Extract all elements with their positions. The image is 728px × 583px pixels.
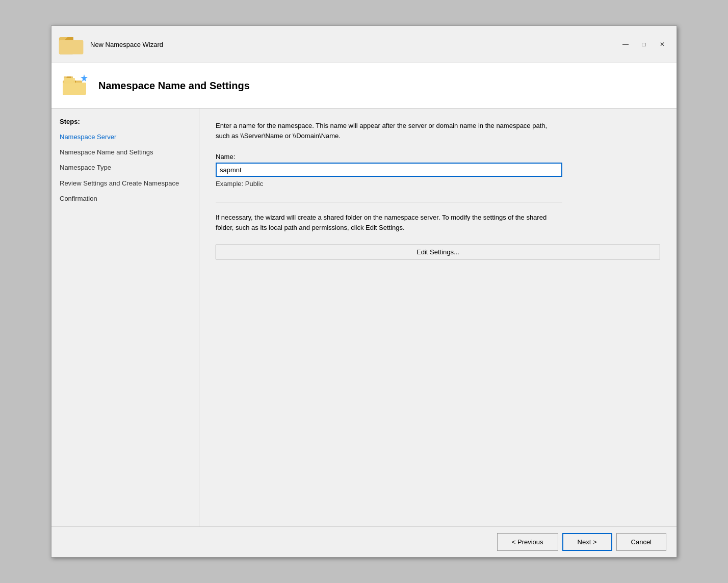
svg-rect-8	[64, 78, 75, 84]
example-text: Example: Public	[216, 180, 562, 188]
window-title: New Namespace Wizard	[90, 41, 163, 48]
sidebar-item-namespace-server[interactable]: Namespace Server	[51, 129, 199, 145]
steps-label: Steps:	[51, 115, 199, 129]
description-text: Enter a name for the namespace. This nam…	[216, 121, 562, 141]
edit-settings-button[interactable]: Edit Settings...	[216, 245, 660, 259]
previous-button[interactable]: < Previous	[497, 533, 558, 551]
cancel-button[interactable]: Cancel	[616, 533, 666, 551]
footer: < Previous Next > Cancel	[51, 526, 677, 557]
info-text: If necessary, the wizard will create a s…	[216, 213, 562, 232]
divider	[216, 202, 562, 202]
minimize-button[interactable]: —	[617, 39, 634, 50]
name-form-group: Name: Example: Public	[216, 153, 562, 188]
sidebar: Steps: Namespace Server Namespace Name a…	[51, 109, 199, 526]
name-input[interactable]	[216, 163, 562, 177]
maximize-button[interactable]: □	[636, 39, 652, 50]
sidebar-item-namespace-name[interactable]: Namespace Name and Settings	[51, 145, 199, 160]
title-bar-left: New Namespace Wizard	[58, 30, 163, 59]
header-section: Namespace Name and Settings	[51, 63, 677, 109]
title-bar: New Namespace Wizard — □ ✕	[51, 26, 677, 63]
sidebar-item-namespace-type[interactable]: Namespace Type	[51, 160, 199, 175]
content-area: Steps: Namespace Server Namespace Name a…	[51, 109, 677, 526]
main-content: Enter a name for the namespace. This nam…	[199, 109, 677, 526]
wizard-window: New Namespace Wizard — □ ✕ Nam	[51, 25, 677, 558]
close-button[interactable]: ✕	[654, 39, 670, 50]
svg-rect-4	[63, 83, 86, 95]
name-label: Name:	[216, 153, 562, 161]
header-folder-icon	[62, 71, 90, 100]
title-bar-controls: — □ ✕	[617, 39, 670, 50]
header-icon	[62, 71, 90, 100]
page-title: Namespace Name and Settings	[98, 80, 250, 92]
next-button[interactable]: Next >	[562, 533, 612, 551]
svg-rect-1	[59, 40, 84, 55]
sidebar-item-review-settings[interactable]: Review Settings and Create Namespace	[51, 176, 199, 191]
titlebar-icon	[58, 30, 86, 59]
sidebar-item-confirmation[interactable]: Confirmation	[51, 191, 199, 206]
